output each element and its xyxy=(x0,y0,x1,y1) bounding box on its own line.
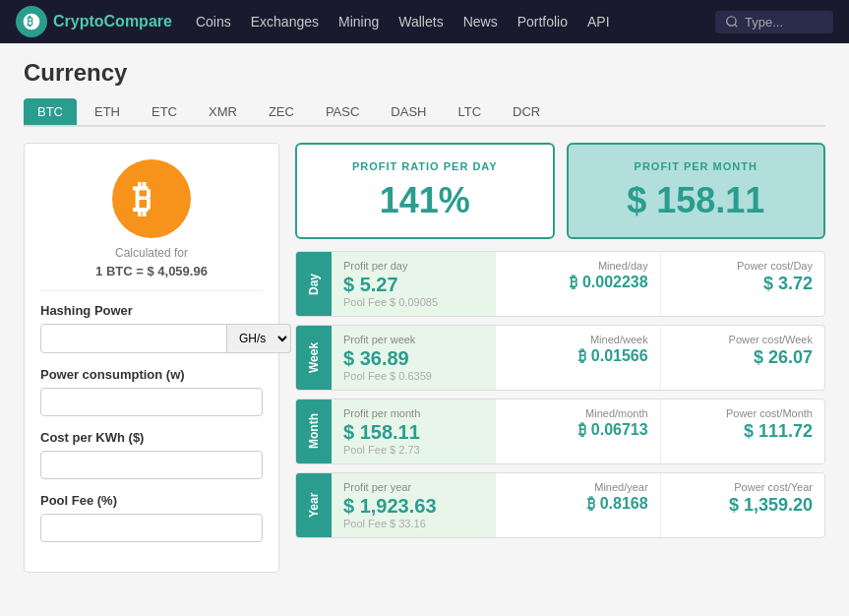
profit-cell-week: Profit per week $ 36.89 Pool Fee $ 0.635… xyxy=(332,326,496,390)
hashing-power-input[interactable]: 50000 xyxy=(40,324,227,353)
tab-pasc[interactable]: PASC xyxy=(312,98,373,125)
mined-cell-month: Mined/month ₿ 0.06713 xyxy=(496,400,660,463)
nav-portfolio[interactable]: Portfolio xyxy=(517,14,568,30)
search-bar[interactable]: Type... xyxy=(715,11,833,33)
mined-label: Mined/week xyxy=(508,334,647,345)
power-value: $ 3.72 xyxy=(673,274,813,294)
nav-api[interactable]: API xyxy=(587,14,610,30)
cost-per-kwh-label: Cost per KWh ($) xyxy=(40,430,263,445)
tab-eth[interactable]: ETH xyxy=(81,98,134,125)
profit-ratio-label: PROFIT RATIO PER DAY xyxy=(317,160,533,172)
pool-fee: Pool Fee $ 2.73 xyxy=(343,444,483,456)
pool-fee-label: Pool Fee (%) xyxy=(40,493,263,508)
tab-dash[interactable]: DASH xyxy=(377,98,440,125)
period-label-week: Week xyxy=(296,326,332,390)
power-cell-day: Power cost/Day $ 3.72 xyxy=(661,252,824,316)
tab-dcr[interactable]: DCR xyxy=(499,98,554,125)
page-content: Currency BTC ETH ETC XMR ZEC PASC DASH L… xyxy=(0,43,849,588)
bitcoin-symbol: ₿ xyxy=(127,174,176,223)
btc-coin-icon: ₿ xyxy=(112,159,191,238)
hashing-power-unit-select[interactable]: GH/s TH/s MH/s xyxy=(227,324,291,353)
power-cell-week: Power cost/Week $ 26.07 xyxy=(661,326,824,390)
nav-news[interactable]: News xyxy=(463,14,498,30)
profit-cell-month: Profit per month $ 158.11 Pool Fee $ 2.7… xyxy=(332,400,496,463)
power-value: $ 111.72 xyxy=(673,421,813,442)
period-label-year: Year xyxy=(296,473,332,537)
search-icon xyxy=(725,15,739,29)
btc-rate: 1 BTC = $ 4,059.96 xyxy=(40,264,263,278)
tab-xmr[interactable]: XMR xyxy=(195,98,251,125)
mined-label: Mined/day xyxy=(508,260,647,272)
logo-text: CryptoCompare xyxy=(53,13,172,31)
logo[interactable]: ₿ CryptoCompare xyxy=(16,6,172,37)
mined-value: ₿ 0.002238 xyxy=(508,274,647,291)
mined-value: ₿ 0.06713 xyxy=(508,421,647,439)
mined-cell-day: Mined/day ₿ 0.002238 xyxy=(496,252,660,316)
coin-icon-wrapper: ₿ xyxy=(40,159,263,238)
svg-text:₿: ₿ xyxy=(133,178,152,219)
profit-label: Profit per day xyxy=(343,260,483,272)
profit-label: Profit per month xyxy=(343,407,483,419)
profit-value: $ 36.89 xyxy=(343,347,483,370)
power-label: Power cost/Week xyxy=(673,334,813,345)
power-value: $ 1,359.20 xyxy=(673,495,813,516)
profit-value: $ 1,923.63 xyxy=(343,495,483,518)
profit-label: Profit per week xyxy=(343,334,483,345)
period-label-month: Month xyxy=(296,400,332,463)
row-cells-month: Profit per month $ 158.11 Pool Fee $ 2.7… xyxy=(332,400,824,463)
logo-icon: ₿ xyxy=(16,6,47,37)
row-cells-week: Profit per week $ 36.89 Pool Fee $ 0.635… xyxy=(332,326,824,390)
mined-cell-year: Mined/year ₿ 0.8168 xyxy=(496,473,660,537)
svg-text:₿: ₿ xyxy=(27,15,33,28)
calculator-panel: ₿ Calculated for 1 BTC = $ 4,059.96 Hash… xyxy=(24,143,279,573)
pool-fee: Pool Fee $ 33.16 xyxy=(343,518,483,529)
data-rows: Day Profit per day $ 5.27 Pool Fee $ 0.0… xyxy=(295,251,825,538)
nav-links: Coins Exchanges Mining Wallets News Port… xyxy=(196,14,715,30)
power-consumption-input[interactable]: 1293 xyxy=(40,388,263,416)
tab-etc[interactable]: ETC xyxy=(138,98,191,125)
profit-cell-day: Profit per day $ 5.27 Pool Fee $ 0.09085 xyxy=(332,252,496,316)
profit-value: $ 158.11 xyxy=(343,421,483,444)
mined-label: Mined/month xyxy=(508,407,647,419)
svg-point-2 xyxy=(727,17,736,26)
pool-fee: Pool Fee $ 0.09085 xyxy=(343,296,483,308)
search-placeholder: Type... xyxy=(745,15,783,30)
power-label: Power cost/Day xyxy=(673,260,813,272)
cost-per-kwh-input[interactable]: 0.12 xyxy=(40,451,263,479)
tab-ltc[interactable]: LTC xyxy=(444,98,495,125)
period-label-day: Day xyxy=(296,252,332,316)
profit-month-value: $ 158.11 xyxy=(588,180,805,221)
mined-label: Mined/year xyxy=(508,481,647,493)
hashing-power-group: 50000 GH/s TH/s MH/s xyxy=(40,324,263,353)
profit-month-card: PROFIT PER MONTH $ 158.11 xyxy=(567,143,826,239)
data-row-week: Week Profit per week $ 36.89 Pool Fee $ … xyxy=(295,325,825,391)
row-cells-year: Profit per year $ 1,923.63 Pool Fee $ 33… xyxy=(332,473,824,537)
hashing-power-label: Hashing Power xyxy=(40,303,263,318)
power-value: $ 26.07 xyxy=(673,347,813,368)
mined-value: ₿ 0.8168 xyxy=(508,495,647,513)
results-panel: PROFIT RATIO PER DAY 141% PROFIT PER MON… xyxy=(295,143,825,546)
mined-value: ₿ 0.01566 xyxy=(508,347,647,365)
tab-zec[interactable]: ZEC xyxy=(255,98,308,125)
nav-mining[interactable]: Mining xyxy=(338,14,379,30)
nav-wallets[interactable]: Wallets xyxy=(398,14,443,30)
currency-tabs: BTC ETH ETC XMR ZEC PASC DASH LTC DCR xyxy=(24,98,825,127)
profit-label: Profit per year xyxy=(343,481,483,493)
profit-value: $ 5.27 xyxy=(343,274,483,296)
tab-btc[interactable]: BTC xyxy=(24,98,77,125)
power-label: Power cost/Month xyxy=(673,407,813,419)
pool-fee-input[interactable]: 1 xyxy=(40,514,263,542)
nav-coins[interactable]: Coins xyxy=(196,14,231,30)
profit-cell-year: Profit per year $ 1,923.63 Pool Fee $ 33… xyxy=(332,473,496,537)
summary-cards: PROFIT RATIO PER DAY 141% PROFIT PER MON… xyxy=(295,143,825,239)
pool-fee: Pool Fee $ 0.6359 xyxy=(343,370,483,382)
navigation: ₿ CryptoCompare Coins Exchanges Mining W… xyxy=(0,0,849,43)
nav-exchanges[interactable]: Exchanges xyxy=(251,14,319,30)
data-row-year: Year Profit per year $ 1,923.63 Pool Fee… xyxy=(295,472,825,538)
page-title: Currency xyxy=(24,59,825,87)
power-label: Power cost/Year xyxy=(673,481,813,493)
mined-cell-week: Mined/week ₿ 0.01566 xyxy=(496,326,660,390)
data-row-day: Day Profit per day $ 5.27 Pool Fee $ 0.0… xyxy=(295,251,825,317)
power-cell-month: Power cost/Month $ 111.72 xyxy=(661,400,824,463)
power-cell-year: Power cost/Year $ 1,359.20 xyxy=(661,473,824,537)
